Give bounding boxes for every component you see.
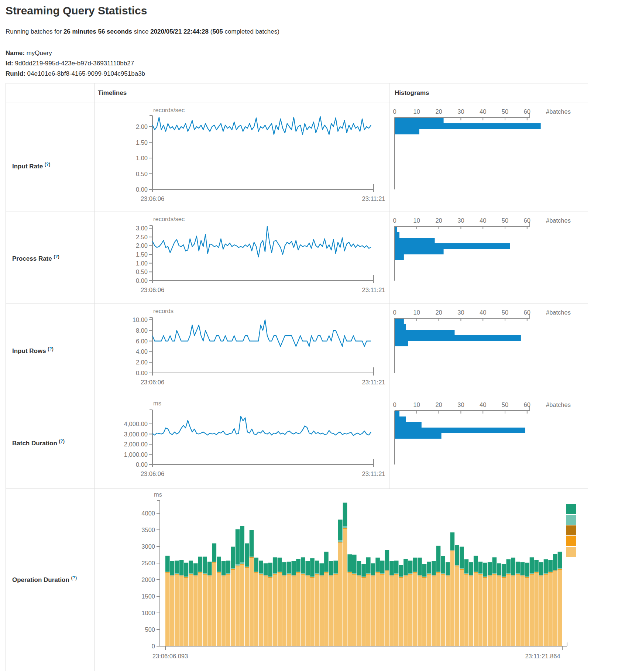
help-icon[interactable]: (?) [48,346,53,352]
od-bar-segment-orange [306,576,310,576]
od-bar-segment-tan [427,575,431,647]
od-bar-segment-tan [296,573,301,646]
od-y-tick-label: 1500 [141,593,155,600]
od-bar-segment-light-teal [306,575,310,575]
od-bar-segment-dark-gold [278,572,282,573]
hist-x-tick-label: 10 [413,108,420,115]
hist-bar [395,238,435,243]
od-bar-segment-tan [175,575,179,647]
od-bar-segment-tan [179,576,184,646]
od-bar-segment-dark-gold [464,574,469,574]
y-tick-label: 3.00 [136,225,148,232]
od-bar-segment-light-teal [548,572,553,572]
od-bar-segment-teal [488,562,492,575]
od-bar-segment-orange [413,572,418,573]
od-bar-segment-dark-gold [189,574,193,574]
od-bar-segment-tan [217,573,221,646]
od-bar-segment-tan [446,576,450,646]
od-bar-segment-orange [492,574,497,575]
od-bar-segment-orange [250,558,254,558]
od-bar-segment-light-teal [375,572,380,572]
start-time: 2020/05/21 22:44:28 [150,28,209,35]
od-bar-segment-dark-gold [553,570,557,571]
od-bar-segment-tan [389,576,394,646]
od-bar-segment-teal [184,563,189,577]
od-bar-segment-tan [165,573,170,646]
od-bar-segment-orange [506,574,511,575]
od-bar-segment-orange [198,572,203,573]
od-bar-segment-teal [511,558,515,575]
od-bar-segment-teal [450,532,455,550]
process-rate-histogram-chart: 0102030405060#batches [389,212,588,304]
od-bar-segment-tan [399,578,403,647]
od-bar-segment-teal [324,552,329,572]
od-bar-segment-teal [394,560,399,573]
completed-batches-count: 505 [212,28,223,35]
od-bar-segment-tan [240,565,244,647]
od-bar-segment-dark-gold [212,562,217,563]
help-icon[interactable]: (?) [45,162,50,167]
od-bar-segment-dark-gold [296,572,301,573]
od-bar-segment-teal [306,561,310,575]
row-label-batch-duration: Batch Duration (?) [12,439,65,447]
od-bar-segment-orange [259,574,263,575]
y-tick-label: 1.50 [136,251,148,258]
od-bar-segment-orange [548,572,553,573]
x-end-label: 23:11:21 [362,470,385,477]
od-bar-segment-light-teal [175,573,179,574]
legend-swatch-light-teal [566,515,576,525]
help-icon[interactable]: (?) [54,254,59,259]
od-bar-segment-light-teal [236,564,240,566]
od-bar-segment-teal [446,562,450,575]
column-header-timelines: Timelines [98,89,127,97]
od-bar-segment-tan [511,576,515,646]
row-label-process-rate: Process Rate (?) [12,254,59,263]
hist-x-tick-label: 20 [435,217,442,224]
od-bar-segment-tan [324,573,329,646]
hist-x-tick-label: 10 [413,309,420,316]
od-bar-segment-dark-gold [446,576,450,576]
od-bar-segment-dark-gold [469,576,473,576]
hist-x-tick-label: 30 [457,217,464,224]
od-bar-segment-teal [207,562,212,575]
od-bar-segment-tan [198,573,203,646]
od-bar-segment-orange [478,574,483,575]
paren-open: ( [209,28,212,35]
od-bar-segment-dark-gold [165,572,170,573]
od-bar-segment-dark-gold [366,574,371,574]
od-bar-segment-teal [385,550,389,570]
od-bar-segment-dark-gold [236,566,240,566]
od-bar-segment-light-teal [193,575,198,575]
od-bar-segment-dark-gold [375,572,380,573]
input_rate-histogram-svg: 0102030405060#batches [389,103,588,212]
od-bar-segment-orange [324,572,329,573]
od-bar-segment-teal [371,563,375,575]
od-bar-segment-orange [273,574,277,575]
od-bar-segment-teal [212,544,217,562]
process_rate-histogram-svg: 0102030405060#batches [389,212,588,304]
batch-duration-timeline-chart: ms4,000.003,000.002,000.001,000.000.0023… [95,396,389,488]
od-bar-segment-teal [506,559,511,573]
od-bar-segment-light-teal [264,575,268,575]
od-bar-segment-orange [193,576,198,576]
od-bar-segment-dark-gold [502,577,506,577]
od-bar-segment-tan [203,575,207,647]
operation-duration-stacked-chart: ms4000350030002500200015001000500023:06:… [95,488,588,671]
hist-bar [395,254,404,260]
od-bar-segment-dark-gold [250,557,254,558]
od-bar-segment-orange [184,577,189,578]
od-bar-segment-teal [287,562,291,573]
input-rate-timeline-chart: records/sec2.001.501.000.500.0023:06:062… [95,103,389,212]
od-bar-segment-dark-gold [474,572,478,573]
help-icon[interactable]: (?) [71,575,77,580]
od-bar-segment-tan [273,575,277,647]
y-tick-label: 1.00 [136,260,148,267]
od-bar-segment-orange [455,566,459,566]
hist-x-tick-label: 60 [524,217,530,224]
help-icon[interactable]: (?) [59,439,65,444]
od-bar-segment-teal [534,560,539,572]
od-bar-segment-tan [343,529,347,646]
row-label-text: Operation Duration [12,576,69,583]
od-bar-segment-orange [534,572,539,573]
od-bar-segment-teal [375,558,380,572]
